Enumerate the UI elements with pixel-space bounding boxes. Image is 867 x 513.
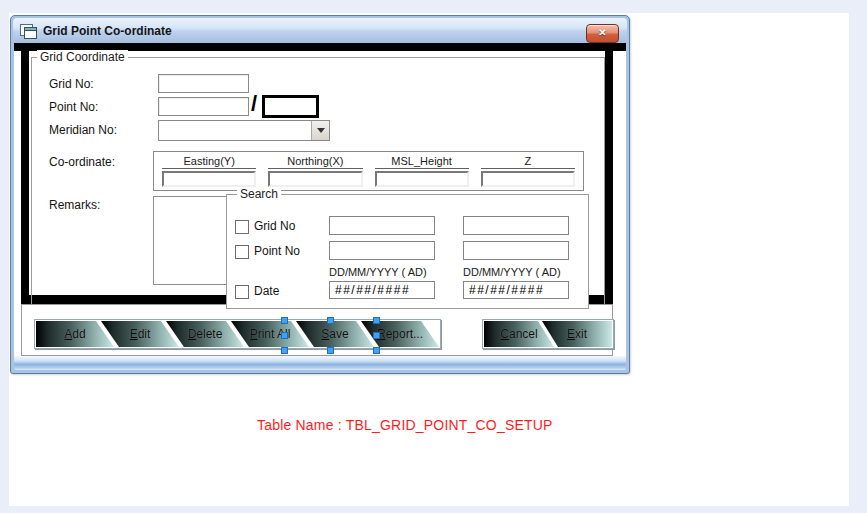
point-no-field[interactable] <box>158 97 249 116</box>
easting-header: Easting(Y) <box>162 155 256 169</box>
delete-button[interactable]: Delete <box>166 321 244 347</box>
exit-button-strip: Cancel Exit <box>482 319 614 349</box>
add-button[interactable]: Add <box>36 321 114 347</box>
coordinate-column-northing: Northing(X) <box>268 155 362 187</box>
remarks-label: Remarks: <box>49 198 100 212</box>
coordinate-column-z: Z <box>481 155 575 187</box>
window-title: Grid Point Co-ordinate <box>43 24 172 38</box>
search-point-no-to-field[interactable] <box>463 241 569 260</box>
search-grid-no-label: Grid No <box>254 219 295 233</box>
search-point-no-checkbox[interactable] <box>235 245 249 259</box>
button-panel: Add Edit Delete Print All Save Report...… <box>21 304 613 356</box>
search-date-checkbox[interactable] <box>235 285 249 299</box>
z-header: Z <box>481 155 575 169</box>
point-no-separator: / <box>251 93 257 115</box>
grid-no-label: Grid No: <box>49 77 94 91</box>
point-no-label: Point No: <box>49 100 98 114</box>
search-point-no-label: Point No <box>254 244 300 258</box>
date-format-label-from: DD/MM/YYYY ( AD) <box>329 266 427 278</box>
coordinate-column-msl-height: MSL_Height <box>375 155 469 187</box>
window-bottom-border <box>14 356 626 370</box>
search-grid-no-to-field[interactable] <box>463 216 569 235</box>
coordinate-panel: Easting(Y) Northing(X) MSL_Height Z <box>153 151 584 191</box>
grid-no-field[interactable] <box>158 74 249 93</box>
close-icon: ✕ <box>598 27 606 38</box>
meridian-dropdown-button[interactable] <box>311 121 329 140</box>
table-name-text: Table Name : TBL_GRID_POINT_CO_SETUP <box>257 417 553 433</box>
point-no-suffix-field[interactable] <box>262 95 319 118</box>
northing-header: Northing(X) <box>268 155 362 169</box>
title-bar: Grid Point Co-ordinate ✕ <box>13 18 627 43</box>
selection-handle-bottom-center[interactable] <box>327 347 334 354</box>
search-point-no-from-field[interactable] <box>329 241 435 260</box>
easting-field[interactable] <box>162 171 256 187</box>
meridian-no-combobox[interactable] <box>158 120 330 141</box>
selection-handle-top-right[interactable] <box>373 317 380 324</box>
print-all-button[interactable]: Print All <box>231 321 309 347</box>
search-grid-no-checkbox[interactable] <box>235 220 249 234</box>
search-groupbox: Search Grid No Point No DD/MM/YYYY ( AD)… <box>226 194 589 309</box>
grid-point-coordinate-window: Grid Point Co-ordinate ✕ Grid Coordinate… <box>10 15 630 374</box>
coordinate-label: Co-ordinate: <box>49 155 115 169</box>
z-field[interactable] <box>481 171 575 187</box>
grid-coordinate-group-label: Grid Coordinate <box>37 50 128 64</box>
selection-handle-top-center[interactable] <box>327 317 334 324</box>
save-button[interactable]: Save <box>296 321 374 347</box>
msl-height-header: MSL_Height <box>375 155 469 169</box>
page: { "window": { "title": "Grid Point Co-or… <box>0 0 867 513</box>
search-grid-no-from-field[interactable] <box>329 216 435 235</box>
northing-field[interactable] <box>268 171 362 187</box>
exit-button[interactable]: Exit <box>542 321 612 347</box>
search-group-label: Search <box>237 187 281 201</box>
date-format-label-to: DD/MM/YYYY ( AD) <box>463 266 561 278</box>
client-area: Grid Coordinate Grid No: Point No: / Mer… <box>14 43 626 356</box>
msl-height-field[interactable] <box>375 171 469 187</box>
edit-button[interactable]: Edit <box>101 321 179 347</box>
frame-border-left <box>21 51 29 304</box>
selection-handle-bottom-left[interactable] <box>281 347 288 354</box>
search-date-from-field[interactable]: ##/##/#### <box>329 281 435 299</box>
selection-handle-mid-right[interactable] <box>373 332 380 339</box>
close-button[interactable]: ✕ <box>586 24 619 43</box>
cancel-button[interactable]: Cancel <box>484 321 554 347</box>
frame-border-right <box>605 51 613 304</box>
chevron-down-icon <box>317 128 325 133</box>
meridian-no-label: Meridian No: <box>49 123 117 137</box>
form-icon <box>20 24 36 38</box>
coordinate-column-easting: Easting(Y) <box>162 155 256 187</box>
search-date-to-field[interactable]: ##/##/#### <box>463 281 569 299</box>
search-date-label: Date <box>254 284 279 298</box>
selection-handle-bottom-right[interactable] <box>373 347 380 354</box>
selection-handle-mid-left[interactable] <box>281 332 288 339</box>
selection-handle-top-left[interactable] <box>281 317 288 324</box>
